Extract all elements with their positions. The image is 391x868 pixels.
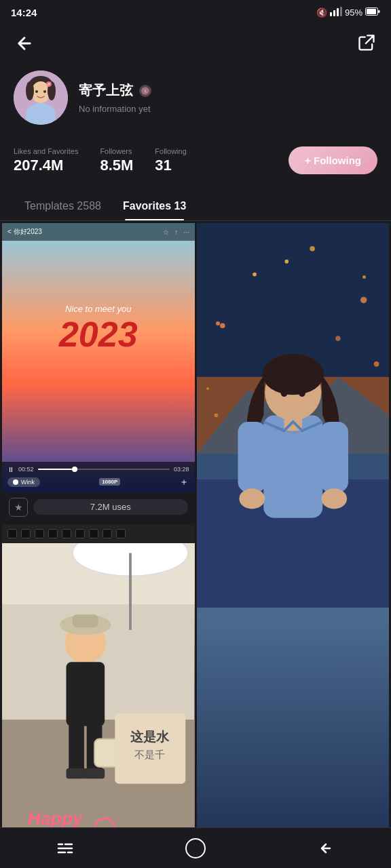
battery-icon — [365, 7, 380, 18]
time-right: 03:28 — [174, 466, 189, 473]
stats-group: Likes and Favorites 207.4M Followers 8.5… — [14, 147, 288, 174]
svg-point-13 — [35, 90, 38, 93]
tabs-section: Templates 2588 Favorites 13 — [0, 188, 391, 221]
content-area: < 你好2023 ☆ ↑ ··· Nice to meet you 2023 — [0, 221, 391, 868]
time-left: 00:52 — [18, 466, 34, 473]
svg-rect-31 — [84, 768, 105, 778]
followers-value: 8.5M — [100, 157, 133, 174]
svg-rect-6 — [378, 10, 380, 13]
followers-label: Followers — [100, 147, 133, 155]
avatar — [14, 71, 68, 125]
hd-badge: 1080P — [99, 478, 120, 486]
profile-bio: No information yet — [79, 104, 377, 114]
profile-name-text: 寄予上弦 — [79, 81, 133, 100]
left-column: < 你好2023 ☆ ↑ ··· Nice to meet you 2023 — [2, 223, 195, 868]
card-1-info-bar: ★ 7.2M uses — [2, 492, 195, 522]
follow-button[interactable]: + Following — [288, 146, 377, 174]
svg-rect-0 — [330, 12, 332, 16]
signal-icon — [330, 7, 342, 18]
top-nav — [0, 24, 391, 65]
svg-rect-25 — [67, 662, 105, 726]
svg-rect-61 — [320, 422, 348, 492]
brand-badge: Wink — [7, 477, 40, 487]
svg-point-46 — [220, 323, 225, 328]
card-nice-text: Nice to meet you — [2, 304, 195, 314]
following-value: 31 — [155, 157, 186, 174]
card-2[interactable]: ★ 27 uses — [197, 223, 390, 868]
svg-point-14 — [43, 90, 46, 93]
card-1-title: < 你好2023 — [7, 227, 42, 237]
card-1-star[interactable]: ★ — [9, 498, 28, 517]
nav-back-button[interactable] — [305, 835, 346, 862]
svg-point-16 — [48, 83, 50, 85]
back-button[interactable] — [11, 30, 38, 57]
upload-icon: ↑ — [174, 229, 178, 236]
svg-point-57 — [280, 391, 286, 397]
likes-label: Likes and Favorites — [14, 147, 78, 155]
svg-rect-60 — [238, 422, 266, 492]
svg-rect-27 — [73, 614, 98, 627]
svg-point-56 — [262, 354, 324, 395]
pause-icon: ⏸ — [7, 466, 14, 473]
svg-point-89 — [186, 839, 205, 858]
likes-value: 207.4M — [14, 157, 78, 174]
following-stat: Following 31 — [155, 147, 186, 174]
svg-point-52 — [214, 414, 218, 418]
svg-point-49 — [335, 336, 341, 341]
profile-info: 寄予上弦 ♀ No information yet — [79, 81, 377, 114]
card-1-top-bar: < 你好2023 ☆ ↑ ··· — [2, 223, 195, 241]
svg-point-53 — [310, 246, 315, 252]
svg-point-63 — [321, 488, 347, 509]
verified-icon: ♀ — [138, 84, 152, 98]
film-strip-top — [2, 524, 195, 543]
svg-text:Happy: Happy — [28, 808, 83, 829]
bottom-nav — [0, 827, 391, 868]
status-time: 14:24 — [11, 7, 37, 18]
svg-point-10 — [26, 81, 34, 100]
battery-text: 95% — [345, 7, 362, 18]
svg-rect-5 — [367, 9, 376, 14]
add-icon[interactable]: ＋ — [179, 476, 189, 488]
svg-point-62 — [239, 488, 265, 509]
svg-rect-30 — [67, 768, 87, 778]
svg-text:不是千: 不是千 — [134, 749, 165, 760]
mute-icon: 🔇 — [316, 7, 327, 18]
share-button[interactable] — [353, 30, 380, 57]
svg-rect-2 — [337, 8, 339, 16]
followers-stat: Followers 8.5M — [100, 147, 133, 174]
status-bar: 14:24 🔇 95% — [0, 0, 391, 24]
tab-templates[interactable]: Templates 2588 — [14, 193, 112, 220]
likes-stat: Likes and Favorites 207.4M — [14, 147, 78, 174]
card-2023-text: 2023 — [2, 317, 195, 352]
card-1[interactable]: < 你好2023 ☆ ↑ ··· Nice to meet you 2023 — [2, 223, 195, 522]
sparkle-1 — [216, 321, 220, 326]
stats-section: Likes and Favorites 207.4M Followers 8.5… — [0, 138, 391, 188]
nav-recent-button[interactable] — [45, 835, 86, 862]
svg-text:这是水: 这是水 — [130, 730, 170, 744]
svg-text:♀: ♀ — [143, 87, 147, 94]
content-grid: < 你好2023 ☆ ↑ ··· Nice to meet you 2023 — [2, 223, 389, 868]
svg-point-50 — [284, 260, 288, 264]
card-1-brand-row: Wink 1080P ＋ — [7, 476, 189, 488]
svg-point-58 — [299, 391, 305, 397]
card-3[interactable]: 这是水 不是千 Happy fragments — [2, 524, 195, 868]
status-icons: 🔇 95% — [316, 7, 380, 18]
star-outline-icon: ☆ — [163, 229, 169, 236]
tab-favorites[interactable]: Favorites 13 — [112, 193, 197, 220]
card-3-image: 这是水 不是千 Happy fragments — [2, 543, 195, 832]
svg-rect-1 — [333, 10, 335, 16]
nav-home-button[interactable] — [175, 835, 216, 862]
profile-name-row: 寄予上弦 ♀ — [79, 81, 377, 100]
svg-point-47 — [360, 297, 366, 303]
more-icon: ··· — [183, 229, 189, 236]
profile-section: 寄予上弦 ♀ No information yet — [0, 65, 391, 138]
card-1-text-overlay: Nice to meet you 2023 — [2, 304, 195, 352]
card-1-bottom-bar: ⏸ 00:52 03:28 — [2, 462, 195, 492]
svg-point-48 — [253, 273, 257, 277]
sparkle-3 — [206, 387, 209, 390]
right-column: ★ 27 uses — [197, 223, 390, 868]
svg-rect-28 — [69, 722, 84, 774]
following-label: Following — [155, 147, 186, 155]
progress-bar[interactable] — [38, 469, 170, 470]
svg-point-51 — [373, 361, 379, 367]
